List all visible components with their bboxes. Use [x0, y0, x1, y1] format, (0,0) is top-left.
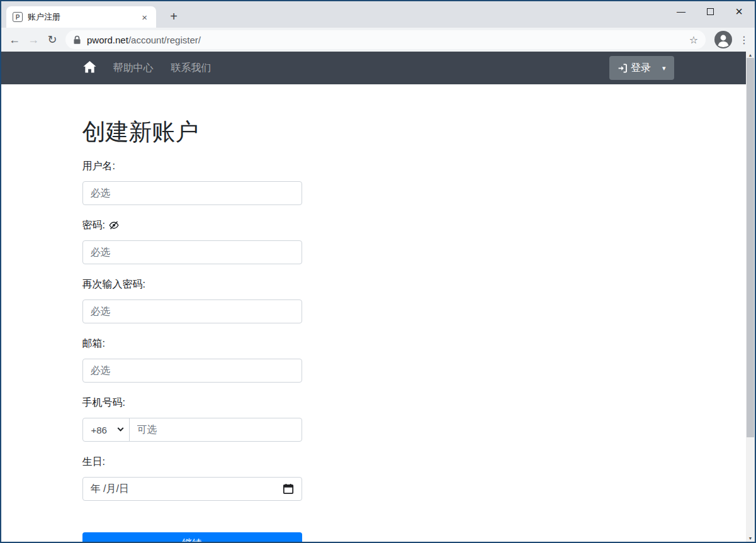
login-label: 登录 — [631, 62, 651, 75]
password-confirm-input[interactable] — [82, 299, 302, 323]
password-label-text: 密码: — [82, 218, 105, 233]
phone-label: 手机号码: — [82, 395, 674, 410]
maximize-icon — [707, 8, 714, 15]
date-placeholder: 年 /月/日 — [91, 483, 129, 496]
nav-link-help-center[interactable]: 帮助中心 — [113, 62, 154, 75]
new-tab-button[interactable]: + — [165, 8, 183, 25]
profile-avatar[interactable] — [714, 31, 732, 48]
chevron-down-icon — [117, 425, 123, 432]
title-bar: P 账户注册 × + — × — [1, 1, 755, 28]
url-domain: pword.net — [87, 35, 128, 45]
sign-in-icon — [618, 63, 628, 74]
password-label: 密码: — [82, 218, 674, 233]
tab-title: 账户注册 — [28, 11, 139, 23]
username-label: 用户名: — [82, 159, 674, 174]
site-favicon-icon: P — [13, 12, 23, 22]
lock-icon[interactable] — [73, 35, 81, 45]
back-icon[interactable]: ← — [5, 30, 24, 49]
scroll-up-icon[interactable]: ▲ — [746, 52, 755, 58]
page-content: 帮助中心 联系我们 登录 ▾ 创建新账户 用户名: 密码: — [1, 52, 755, 509]
scrollbar[interactable]: ▲ ▼ — [746, 52, 755, 542]
password-confirm-label: 再次输入密码: — [82, 277, 674, 292]
url-text: pword.net/account/register/ — [87, 35, 201, 45]
reload-icon[interactable]: ↻ — [43, 30, 62, 49]
password-group: 密码: — [82, 218, 674, 264]
window-controls: — × — [667, 1, 753, 21]
email-group: 邮箱: — [82, 336, 674, 383]
scroll-down-icon[interactable]: ▼ — [746, 535, 755, 541]
phone-group: 手机号码: +86 — [82, 395, 674, 442]
country-code-select[interactable]: +86 — [82, 418, 130, 442]
tab-close-icon[interactable]: × — [139, 12, 150, 23]
password-input[interactable] — [82, 240, 302, 264]
browser-menu-icon[interactable]: ⋮ — [737, 34, 751, 46]
minimize-button[interactable]: — — [667, 1, 696, 21]
scrollbar-thumb[interactable] — [747, 58, 754, 437]
phone-input[interactable] — [129, 418, 302, 442]
forward-icon: → — [24, 30, 43, 49]
browser-window: P 账户注册 × + — × ← → ↻ pword.net/account/r… — [0, 0, 756, 543]
eye-slash-icon[interactable] — [109, 220, 119, 230]
close-button[interactable]: × — [725, 1, 753, 21]
birthday-label: 生日: — [82, 454, 674, 469]
login-caret-icon[interactable]: ▾ — [662, 64, 666, 72]
nav-link-contact-us[interactable]: 联系我们 — [171, 62, 212, 75]
browser-toolbar: ← → ↻ pword.net/account/register/ ☆ ⋮ — [1, 28, 755, 52]
url-path: /account/register/ — [128, 35, 201, 45]
page-title: 创建新账户 — [82, 118, 674, 146]
username-input[interactable] — [82, 181, 302, 205]
email-input[interactable] — [82, 359, 302, 383]
calendar-icon[interactable] — [283, 483, 294, 495]
address-bar[interactable]: pword.net/account/register/ ☆ — [65, 30, 706, 49]
home-icon — [82, 60, 97, 76]
home-button[interactable] — [82, 60, 97, 76]
birthday-date-input[interactable]: 年 /月/日 — [82, 477, 302, 501]
country-code-value: +86 — [91, 425, 107, 435]
email-label: 邮箱: — [82, 336, 674, 351]
birthday-group: 生日: 年 /月/日 — [82, 454, 674, 501]
username-group: 用户名: — [82, 159, 674, 205]
register-form-section: 创建新账户 用户名: 密码: 再次输入密码: 邮箱: — [82, 118, 674, 543]
password-confirm-group: 再次输入密码: — [82, 277, 674, 323]
continue-button[interactable]: 继续 — [82, 532, 302, 543]
bookmark-star-icon[interactable]: ☆ — [689, 34, 698, 46]
site-navbar: 帮助中心 联系我们 登录 ▾ — [1, 52, 755, 84]
browser-tab[interactable]: P 账户注册 × — [6, 6, 156, 28]
maximize-button[interactable] — [696, 1, 725, 21]
login-button[interactable]: 登录 ▾ — [609, 56, 674, 80]
